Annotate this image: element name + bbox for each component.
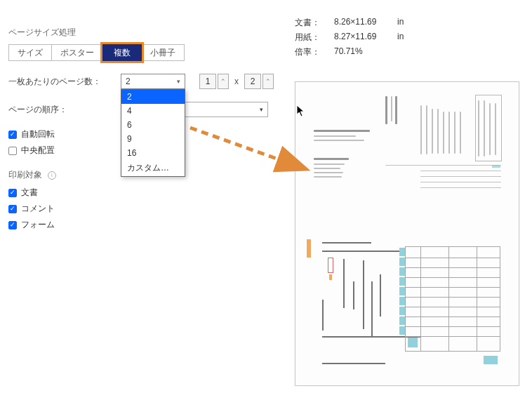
x-label: x — [234, 76, 239, 86]
dropdown-option[interactable]: 2 — [121, 90, 185, 104]
meta-paper-label: 用紙： — [295, 32, 326, 44]
tab-poster[interactable]: ポスター — [51, 44, 103, 61]
chevron-down-icon: ▾ — [260, 106, 263, 113]
meta-doc-value: 8.26×11.69 — [334, 17, 389, 29]
cols-up-icon[interactable]: ⌃ — [218, 74, 229, 89]
meta-scale-unit — [397, 46, 418, 58]
tab-size[interactable]: サイズ — [8, 44, 52, 61]
auto-rotate-label: 自動回転 — [21, 128, 55, 140]
document-meta: 文書： 8.26×11.69 in 用紙： 8.27×11.69 in 倍率： … — [295, 17, 418, 61]
print-comment-label: コメント — [21, 203, 55, 215]
rows-value: 2 — [244, 74, 261, 89]
meta-paper-unit: in — [397, 32, 418, 44]
center-checkbox[interactable] — [8, 147, 17, 155]
cols-value: 1 — [199, 74, 216, 89]
print-target-title: 印刷対象 — [8, 169, 42, 181]
page-sizing-title: ページサイズ処理 — [8, 27, 289, 39]
rows-stepper[interactable]: 2 ⌃ — [244, 74, 274, 89]
pages-per-sheet-label: 一枚あたりのページ数： — [8, 76, 121, 88]
print-preview — [295, 81, 519, 386]
dropdown-option[interactable]: 4 — [121, 104, 185, 118]
print-doc-checkbox[interactable] — [8, 189, 17, 197]
pages-per-sheet-select[interactable]: 2 ▾ — [121, 74, 185, 89]
print-comment-checkbox[interactable] — [8, 205, 17, 213]
dropdown-option[interactable]: カスタム… — [121, 160, 185, 176]
chevron-down-icon: ▾ — [177, 78, 180, 85]
dropdown-option[interactable]: 9 — [121, 132, 185, 146]
preview-page-1 — [301, 88, 513, 232]
page-order-label: ページの順序： — [8, 104, 121, 116]
auto-rotate-checkbox[interactable] — [8, 131, 17, 139]
meta-paper-value: 8.27×11.69 — [334, 32, 389, 44]
meta-doc-unit: in — [397, 17, 418, 29]
print-form-checkbox[interactable] — [8, 221, 17, 229]
dropdown-option[interactable]: 16 — [121, 146, 185, 160]
dropdown-option[interactable]: 6 — [121, 118, 185, 132]
info-icon[interactable]: i — [48, 171, 56, 180]
center-label: 中央配置 — [21, 145, 55, 156]
tab-booklet[interactable]: 小冊子 — [141, 44, 185, 61]
meta-scale-label: 倍率： — [295, 46, 326, 58]
print-doc-label: 文書 — [21, 187, 38, 199]
cols-stepper[interactable]: 1 ⌃ — [199, 74, 229, 89]
preview-page-2 — [301, 232, 513, 377]
meta-doc-label: 文書： — [295, 17, 326, 29]
print-form-label: フォーム — [21, 219, 55, 231]
rows-up-icon[interactable]: ⌃ — [262, 74, 274, 89]
meta-scale-value: 70.71% — [334, 46, 389, 58]
pages-per-sheet-value: 2 — [126, 76, 131, 86]
pages-per-sheet-dropdown: 2 4 6 9 16 カスタム… — [121, 89, 185, 177]
tab-multiple[interactable]: 複数 — [102, 44, 142, 61]
page-sizing-tabs: サイズ ポスター 複数 小冊子 — [8, 44, 289, 61]
